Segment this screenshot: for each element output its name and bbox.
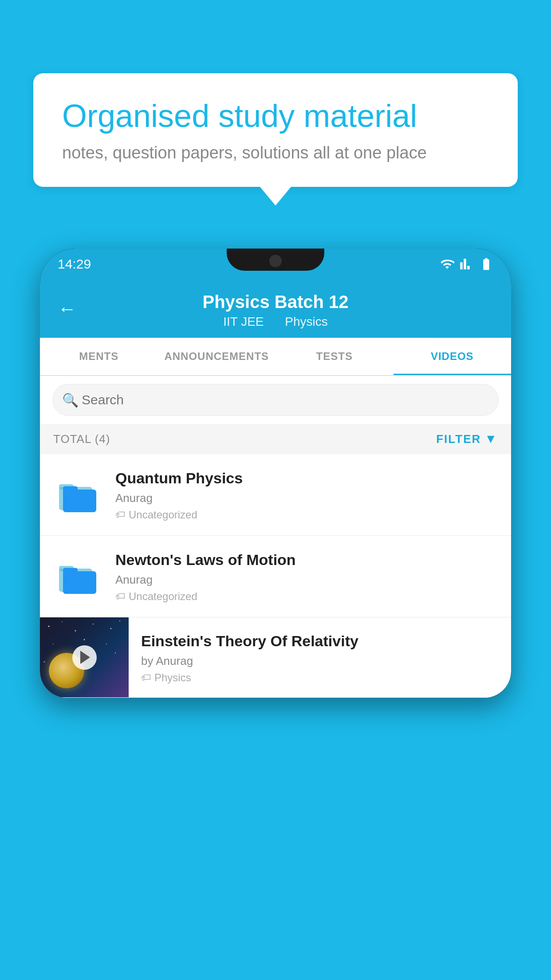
list-item[interactable]: Einstein's Theory Of Relativity by Anura…	[40, 617, 511, 698]
svg-rect-6	[63, 571, 96, 594]
signal-icon	[460, 257, 474, 271]
search-input[interactable]	[52, 384, 499, 416]
filter-bar: TOTAL (4) FILTER ▼	[40, 424, 511, 454]
tag-icon-1: 🏷	[115, 509, 125, 521]
camera-dot	[269, 255, 282, 267]
search-wrap: 🔍	[52, 384, 499, 416]
video-list: Quantum Physics Anurag 🏷 Uncategorized	[40, 454, 511, 698]
video-info-2: Newton's Laws of Motion Anurag 🏷 Uncateg…	[115, 550, 498, 603]
video-title-2: Newton's Laws of Motion	[115, 550, 498, 569]
play-triangle-icon	[80, 651, 90, 664]
filter-button[interactable]: FILTER ▼	[436, 432, 498, 446]
speech-bubble: Organised study material notes, question…	[33, 73, 518, 187]
play-button[interactable]	[72, 645, 97, 670]
filter-icon: ▼	[484, 432, 498, 446]
tab-ments[interactable]: MENTS	[40, 338, 158, 375]
svg-point-18	[44, 661, 45, 663]
folder-icon-1	[58, 475, 98, 515]
header-iitjee: IIT JEE	[223, 315, 264, 328]
video-tag-1: 🏷 Uncategorized	[115, 509, 498, 521]
svg-point-10	[75, 630, 76, 632]
phone-frame: 14:29 ← Physics Batch 12	[40, 249, 511, 698]
header-title: Physics Batch 12	[58, 292, 493, 312]
status-icons	[440, 257, 493, 271]
svg-point-9	[62, 621, 63, 622]
video-tag-2: 🏷 Uncategorized	[115, 590, 498, 603]
speech-bubble-title: Organised study material	[62, 98, 489, 134]
video-tag-3: 🏷 Physics	[141, 672, 500, 684]
search-icon: 🔍	[62, 392, 79, 408]
tab-videos[interactable]: VIDEOS	[394, 338, 512, 375]
video-title-1: Quantum Physics	[115, 468, 498, 488]
video-info-3: Einstein's Theory Of Relativity by Anura…	[129, 620, 511, 695]
video-thumbnail-3	[40, 617, 129, 697]
video-author-2: Anurag	[115, 573, 498, 587]
svg-rect-3	[63, 486, 78, 492]
battery-icon	[479, 257, 493, 271]
video-author-1: Anurag	[115, 491, 498, 505]
video-title-3: Einstein's Theory Of Relativity	[141, 631, 500, 651]
svg-point-8	[48, 626, 50, 627]
svg-rect-7	[63, 568, 78, 574]
tab-tests[interactable]: TESTS	[276, 338, 394, 375]
status-time: 14:29	[58, 257, 91, 272]
svg-point-11	[93, 624, 94, 624]
header-physics: Physics	[285, 315, 327, 328]
svg-point-15	[84, 639, 85, 640]
app-header: ← Physics Batch 12 IIT JEE Physics	[40, 280, 511, 338]
back-button[interactable]: ←	[58, 298, 76, 320]
folder-thumb-1	[53, 470, 102, 519]
tabs-bar: MENTS ANNOUNCEMENTS TESTS VIDEOS	[40, 338, 511, 376]
folder-icon-2	[58, 557, 98, 597]
svg-point-14	[53, 644, 54, 644]
status-bar: 14:29	[40, 249, 511, 280]
phone-container: 14:29 ← Physics Batch 12	[40, 249, 511, 980]
video-author-3: by Anurag	[141, 654, 500, 668]
list-item[interactable]: Quantum Physics Anurag 🏷 Uncategorized	[40, 454, 511, 536]
search-container: 🔍	[40, 376, 511, 424]
svg-point-16	[106, 644, 107, 644]
tag-icon-3: 🏷	[141, 672, 151, 684]
folder-thumb-2	[53, 552, 102, 601]
tag-icon-2: 🏷	[115, 591, 125, 602]
video-info-1: Quantum Physics Anurag 🏷 Uncategorized	[115, 468, 498, 521]
speech-bubble-subtitle: notes, question papers, solutions all at…	[62, 143, 489, 162]
list-item[interactable]: Newton's Laws of Motion Anurag 🏷 Uncateg…	[40, 536, 511, 617]
header-subtitle: IIT JEE Physics	[58, 315, 493, 329]
total-count: TOTAL (4)	[53, 432, 110, 446]
tab-announcements[interactable]: ANNOUNCEMENTS	[158, 338, 276, 375]
svg-point-17	[115, 652, 116, 653]
svg-rect-2	[63, 490, 96, 512]
svg-point-13	[119, 620, 120, 621]
wifi-icon	[440, 257, 454, 271]
svg-point-12	[110, 628, 112, 629]
